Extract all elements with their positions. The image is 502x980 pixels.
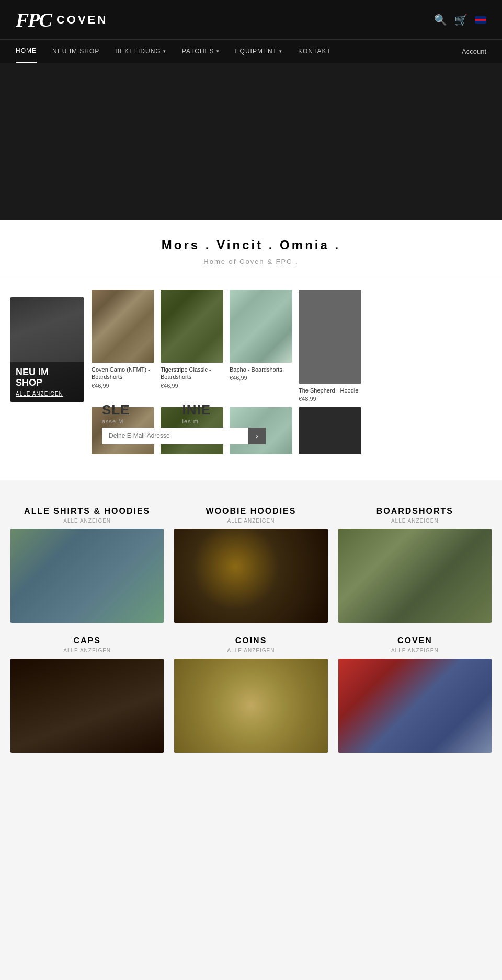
- newsletter-sublabel-1: asse M: [102, 418, 130, 424]
- nav-left: HOME NEU IM SHOP BEKLEIDUNG ▾ PATCHES ▾ …: [16, 40, 331, 63]
- newsletter-submit-button[interactable]: ›: [248, 428, 266, 444]
- products-row-1: NEU IMSHOP ALLE ANZEIGEN Coven Camo (NFM…: [0, 279, 502, 402]
- newsletter-overlay: SLE asse M INIE les m ›: [92, 402, 492, 444]
- grid-row-separator: [10, 623, 492, 636]
- neu-card-title: NEU IMSHOP: [16, 367, 78, 388]
- category-boardshorts[interactable]: BOARDSHORTS ALLE ANZEIGEN: [338, 506, 492, 623]
- product-card-camo-nfmt[interactable]: Coven Camo (NFMT) - Boardshorts €46,99: [92, 290, 154, 402]
- tagline-title: Mors . Vincit . Omnia .: [10, 238, 492, 252]
- categories-grid-row2: CAPS ALLE ANZEIGEN COINS ALLE ANZEIGEN C…: [10, 636, 492, 753]
- neu-card-overlay: NEU IMSHOP ALLE ANZEIGEN: [10, 362, 84, 402]
- category-title-coins: COINS: [174, 636, 327, 645]
- category-woobie-hoodies[interactable]: WOOBIE HOODIES ALLE ANZEIGEN: [174, 506, 327, 623]
- product-price-bapho: €46,99: [230, 375, 292, 381]
- search-icon[interactable]: 🔍: [434, 14, 447, 26]
- product-name-camo-nfmt: Coven Camo (NFMT) - Boardshorts: [92, 366, 154, 381]
- newsletter-label-2: INIE: [182, 402, 211, 418]
- products-row-2: SLE asse M INIE les m ›: [0, 402, 502, 470]
- products-section: NEU IMSHOP ALLE ANZEIGEN Coven Camo (NFM…: [0, 279, 502, 480]
- header-icons: 🔍 🛒: [434, 14, 486, 26]
- category-image-caps: [10, 659, 164, 753]
- product-image-camo-nfmt: [92, 290, 154, 363]
- product-name-bapho: Bapho - Boardshorts: [230, 366, 292, 373]
- category-image-shirts: [10, 529, 164, 623]
- category-title-woobie: WOOBIE HOODIES: [174, 506, 327, 516]
- cart-icon[interactable]: 🛒: [454, 14, 467, 26]
- nav-item-equipment[interactable]: EQUIPMENT ▾: [235, 40, 282, 62]
- category-image-coven: [338, 659, 492, 753]
- newsletter-labels: SLE asse M INIE les m: [102, 402, 492, 424]
- category-link-boardshorts[interactable]: ALLE ANZEIGEN: [338, 518, 492, 524]
- header: FPC COVEN 🔍 🛒: [0, 0, 502, 39]
- product-name-tigerstripe: Tigerstripe Classic - Boardshorts: [161, 366, 223, 381]
- categories-section: ALLE SHIRTS & HOODIES ALLE ANZEIGEN WOOB…: [0, 491, 502, 768]
- category-link-woobie[interactable]: ALLE ANZEIGEN: [174, 518, 327, 524]
- category-shirts-hoodies[interactable]: ALLE SHIRTS & HOODIES ALLE ANZEIGEN: [10, 506, 164, 623]
- product-price-tigerstripe: €46,99: [161, 383, 223, 389]
- product-image-tigerstripe: [161, 290, 223, 363]
- categories-grid-row1: ALLE SHIRTS & HOODIES ALLE ANZEIGEN WOOB…: [10, 506, 492, 623]
- newsletter-col-1: SLE asse M: [102, 402, 130, 424]
- product-card-shepherd[interactable]: The Shepherd - Hoodie €48,99: [299, 290, 361, 402]
- category-image-coins: [174, 659, 327, 753]
- tagline-subtitle: Home of Coven & FPC .: [10, 258, 492, 266]
- account-link[interactable]: Account: [462, 48, 486, 55]
- nav-item-bekleidung[interactable]: BEKLEIDUNG ▾: [115, 40, 166, 62]
- category-coins[interactable]: COINS ALLE ANZEIGEN: [174, 636, 327, 753]
- category-title-caps: CAPS: [10, 636, 164, 645]
- nav-item-patches[interactable]: PATCHES ▾: [182, 40, 220, 62]
- section-separator: [0, 480, 502, 491]
- tagline-section: Mors . Vincit . Omnia . Home of Coven & …: [0, 220, 502, 279]
- category-link-coins[interactable]: ALLE ANZEIGEN: [174, 648, 327, 653]
- category-coven[interactable]: COVEN ALLE ANZEIGEN: [338, 636, 492, 753]
- nav: HOME NEU IM SHOP BEKLEIDUNG ▾ PATCHES ▾ …: [0, 39, 502, 63]
- newsletter-email-input[interactable]: [102, 428, 248, 444]
- hero-banner: [0, 63, 502, 220]
- product-card-bapho[interactable]: Bapho - Boardshorts €46,99: [230, 290, 292, 402]
- category-title-coven: COVEN: [338, 636, 492, 645]
- category-title-boardshorts: BOARDSHORTS: [338, 506, 492, 516]
- logo-fpc[interactable]: FPC: [16, 8, 51, 31]
- product-price-camo-nfmt: €46,99: [92, 383, 154, 389]
- equipment-arrow-icon: ▾: [279, 49, 282, 54]
- patches-arrow-icon: ▾: [216, 49, 220, 54]
- neu-im-shop-card[interactable]: NEU IMSHOP ALLE ANZEIGEN: [10, 297, 84, 402]
- product-image-shepherd: [299, 290, 361, 384]
- newsletter-sublabel-2: les m: [182, 418, 211, 424]
- product-image-bapho: [230, 290, 292, 363]
- newsletter-col-2: INIE les m: [182, 402, 211, 424]
- category-image-woobie: [174, 529, 327, 623]
- category-caps[interactable]: CAPS ALLE ANZEIGEN: [10, 636, 164, 753]
- category-link-shirts[interactable]: ALLE ANZEIGEN: [10, 518, 164, 524]
- bekleidung-arrow-icon: ▾: [163, 49, 166, 54]
- neu-card-link[interactable]: ALLE ANZEIGEN: [16, 391, 78, 397]
- newsletter-input-row: ›: [102, 428, 492, 444]
- category-title-shirts: ALLE SHIRTS & HOODIES: [10, 506, 164, 516]
- language-flag-icon[interactable]: [475, 16, 486, 24]
- products-scroll: Coven Camo (NFMT) - Boardshorts €46,99 T…: [92, 290, 361, 402]
- product-price-shepherd: €48,99: [299, 396, 361, 402]
- product-card-tigerstripe[interactable]: Tigerstripe Classic - Boardshorts €46,99: [161, 290, 223, 402]
- category-image-boardshorts: [338, 529, 492, 623]
- product-name-shepherd: The Shepherd - Hoodie: [299, 387, 361, 394]
- nav-item-neu[interactable]: NEU IM SHOP: [52, 40, 99, 62]
- nav-item-home[interactable]: HOME: [16, 40, 37, 63]
- logo-area: FPC COVEN: [16, 8, 108, 31]
- newsletter-label-1: SLE: [102, 402, 130, 418]
- category-link-coven[interactable]: ALLE ANZEIGEN: [338, 648, 492, 653]
- category-link-caps[interactable]: ALLE ANZEIGEN: [10, 648, 164, 653]
- row2-spacer: [10, 407, 84, 470]
- nav-item-kontakt[interactable]: KONTAKT: [298, 40, 331, 62]
- logo-coven[interactable]: COVEN: [56, 13, 108, 27]
